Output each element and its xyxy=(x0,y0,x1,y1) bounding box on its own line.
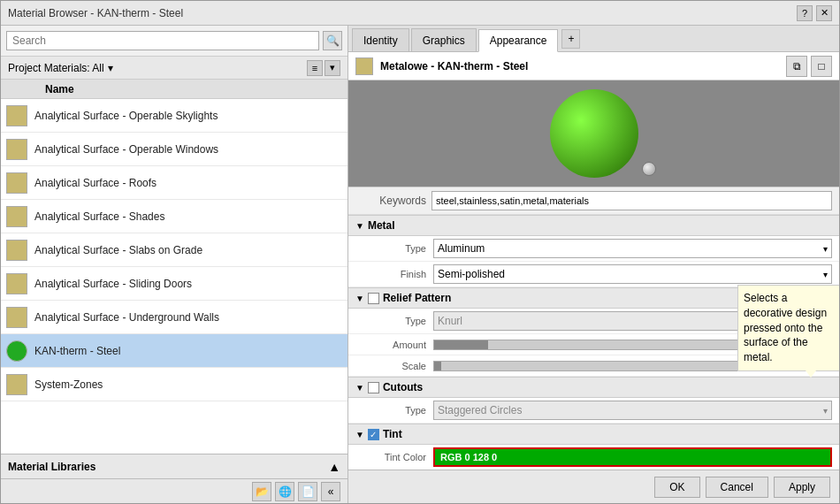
list-item[interactable]: Analytical Surface - Underground Walls xyxy=(1,301,347,334)
add-button[interactable]: 🌐 xyxy=(275,482,294,501)
relief-section-title: Relief Pattern xyxy=(383,292,451,304)
relief-type-label: Type xyxy=(355,316,426,326)
cutouts-section-header[interactable]: ▼ Cutouts xyxy=(348,377,839,398)
tint-color-label: Tint Color xyxy=(355,452,426,462)
metal-collapse-arrow: ▼ xyxy=(355,221,364,231)
metal-finish-label: Finish xyxy=(355,269,426,279)
metal-type-select[interactable]: Aluminum ▾ xyxy=(433,239,832,258)
list-item[interactable]: Analytical Surface - Shades xyxy=(1,200,347,233)
metal-type-label: Type xyxy=(355,243,426,254)
material-item-label: Analytical Surface - Underground Walls xyxy=(34,311,219,324)
search-button[interactable]: 🔍 xyxy=(323,31,342,50)
list-item[interactable]: System-Zones xyxy=(1,368,347,401)
material-swatch xyxy=(6,307,27,328)
material-item-label: Analytical Surface - Sliding Doors xyxy=(34,278,192,290)
tabs-bar: Identity Graphics Appearance + xyxy=(348,26,839,52)
project-header: Project Materials: All ▾ ≡ ▾ xyxy=(1,57,347,80)
list-view-button[interactable]: ≡ xyxy=(307,60,323,76)
sphere-render xyxy=(550,89,638,178)
list-item[interactable]: Analytical Surface - Slabs on Grade xyxy=(1,233,347,267)
more-options-button[interactable]: ▾ xyxy=(325,60,340,76)
add-tab-button[interactable]: + xyxy=(561,29,580,49)
material-libraries-bar: Material Libraries ▲ xyxy=(1,454,347,478)
relief-section: ▼ Relief Pattern Type Knurl ▾ Amount xyxy=(348,287,839,377)
cutouts-type-label: Type xyxy=(355,405,426,416)
tint-section-header[interactable]: ▼ ✓ Tint xyxy=(348,424,839,445)
cutouts-type-row: Type Staggered Circles ▾ xyxy=(348,398,839,424)
material-swatch xyxy=(6,206,27,227)
metal-finish-select[interactable]: Semi-polished ▾ xyxy=(433,264,832,284)
metal-finish-row: Finish Semi-polished ▾ xyxy=(348,262,839,287)
duplicate-material-button[interactable]: ⧉ xyxy=(786,56,807,77)
tint-color-row: Tint Color RGB 0 128 0 xyxy=(348,445,839,470)
material-swatch-green xyxy=(6,340,27,362)
tint-checkbox[interactable]: ✓ xyxy=(368,429,379,440)
collapse-arrow[interactable]: ▲ xyxy=(328,460,340,474)
tooltip-box: Selects a decorative design pressed onto… xyxy=(737,285,839,371)
relief-amount-fill xyxy=(434,340,488,349)
material-item-label: Analytical Surface - Shades xyxy=(34,210,164,223)
keywords-input[interactable] xyxy=(431,191,832,210)
list-item[interactable]: Analytical Surface - Roofs xyxy=(1,166,347,200)
tint-color-swatch[interactable]: RGB 0 128 0 xyxy=(433,447,832,467)
material-swatch xyxy=(6,240,27,261)
replace-material-button[interactable]: □ xyxy=(811,56,832,77)
add-library-button[interactable]: 📂 xyxy=(252,482,271,501)
material-item-label: System-Zones xyxy=(34,378,103,391)
title-bar: Material Browser - KAN-therm - Steel ? ✕ xyxy=(1,1,839,26)
material-item-label: Analytical Surface - Operable Skylights xyxy=(34,110,218,122)
right-content: Keywords ▼ Metal Type Aluminum ▾ xyxy=(348,80,839,470)
relief-scale-row: Scale 1,00 Selects a decorative design p… xyxy=(348,355,839,377)
list-item-selected[interactable]: KAN-therm - Steel xyxy=(1,334,347,368)
cancel-button[interactable]: Cancel xyxy=(706,477,768,498)
tab-identity[interactable]: Identity xyxy=(352,28,409,51)
column-header: Name xyxy=(1,80,347,99)
cutouts-type-arrow: ▾ xyxy=(823,406,828,416)
metal-section: ▼ Metal Type Aluminum ▾ Finish Semi-pol xyxy=(348,215,839,287)
manage-button[interactable]: 📄 xyxy=(298,482,317,501)
material-swatch xyxy=(6,172,27,194)
view-options: ≡ ▾ xyxy=(307,60,340,76)
material-item-label: KAN-therm - Steel xyxy=(34,345,120,357)
metal-section-title: Metal xyxy=(368,219,395,232)
list-item[interactable]: Analytical Surface - Operable Windows xyxy=(1,133,347,166)
material-libraries-label[interactable]: Material Libraries xyxy=(8,461,95,473)
metal-type-row: Type Aluminum ▾ xyxy=(348,236,839,262)
list-item[interactable]: Analytical Surface - Sliding Doors xyxy=(1,267,347,301)
cutouts-section: ▼ Cutouts Type Staggered Circles ▾ xyxy=(348,377,839,424)
main-window: Material Browser - KAN-therm - Steel ? ✕… xyxy=(0,0,840,504)
window-title: Material Browser - KAN-therm - Steel xyxy=(8,7,183,19)
material-swatch xyxy=(6,374,27,395)
metal-section-header[interactable]: ▼ Metal xyxy=(348,215,839,236)
material-swatch xyxy=(6,139,27,160)
close-button[interactable]: ✕ xyxy=(816,5,832,21)
relief-scale-label: Scale xyxy=(355,361,426,371)
project-materials-label[interactable]: Project Materials: All ▾ xyxy=(8,62,113,74)
tab-graphics[interactable]: Graphics xyxy=(411,28,477,51)
material-header-icon xyxy=(355,57,373,75)
apply-button[interactable]: Apply xyxy=(774,477,830,498)
metal-type-arrow: ▾ xyxy=(823,244,828,254)
keywords-row: Keywords xyxy=(348,187,839,215)
ok-button[interactable]: OK xyxy=(654,477,699,498)
content-area: 🔍 Project Materials: All ▾ ≡ ▾ Name xyxy=(1,26,839,503)
material-swatch xyxy=(6,273,27,294)
relief-checkbox[interactable] xyxy=(368,293,379,304)
material-item-label: Analytical Surface - Slabs on Grade xyxy=(34,244,202,256)
tint-section-title: Tint xyxy=(383,428,402,440)
tint-collapse-arrow: ▼ xyxy=(355,430,364,439)
search-input[interactable] xyxy=(6,31,319,50)
keywords-label: Keywords xyxy=(355,195,426,207)
cutouts-checkbox[interactable] xyxy=(368,382,379,393)
action-bar: OK Cancel Apply xyxy=(348,470,839,503)
material-item-label: Analytical Surface - Roofs xyxy=(34,177,157,189)
right-panel: Identity Graphics Appearance + Metalowe … xyxy=(348,26,839,503)
cutouts-type-select[interactable]: Staggered Circles ▾ xyxy=(433,401,832,420)
help-button[interactable]: ? xyxy=(797,5,813,21)
tab-appearance[interactable]: Appearance xyxy=(478,29,559,52)
list-item[interactable]: Analytical Surface - Operable Skylights xyxy=(1,99,347,133)
collapse-button[interactable]: « xyxy=(321,482,340,501)
cutouts-section-title: Cutouts xyxy=(383,381,423,393)
material-header-name: Metalowe - KAN-therm - Steel xyxy=(380,60,779,73)
material-list[interactable]: Analytical Surface - Operable Skylights … xyxy=(1,99,347,454)
